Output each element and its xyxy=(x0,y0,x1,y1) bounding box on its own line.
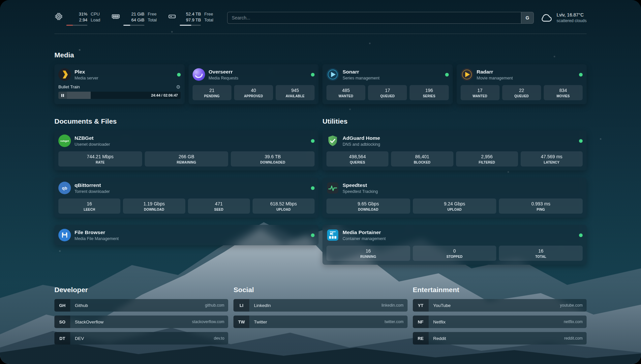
stat-queued: 17QUEUED xyxy=(368,85,407,100)
stat-download: 9.65 GbpsDOWNLOAD xyxy=(326,198,410,214)
service-description: Torrent downloader xyxy=(75,189,110,194)
stat-series: 196SERIES xyxy=(410,85,448,100)
status-dot xyxy=(579,233,583,237)
playback-progress-bar[interactable]: 24:44 / 02:06:47 xyxy=(58,92,181,99)
service-name: qBittorrent xyxy=(75,182,110,189)
service-card-qbittorrent[interactable]: qb qBittorrent Torrent downloader 16LEEC… xyxy=(54,178,319,218)
search-provider-button[interactable]: G xyxy=(521,12,534,23)
service-card-radarr[interactable]: Radarr Movie management 17WANTED 22QUEUE… xyxy=(457,64,587,104)
bookmark-abbr: RE xyxy=(413,332,429,345)
status-dot xyxy=(177,73,181,76)
service-description: Usenet downloader xyxy=(75,142,110,147)
cpu-widget: 31% 2.94 CPU Load xyxy=(54,11,100,26)
bookmark-twitter[interactable]: TW Twitter twitter.com xyxy=(233,316,407,328)
bookmark-reddit[interactable]: RE Reddit reddit.com xyxy=(413,332,587,345)
status-dot xyxy=(579,73,583,76)
disk-free-label: Free xyxy=(204,11,213,17)
svg-text:qb: qb xyxy=(62,186,67,191)
stat-rate: 744.21 MbpsRATE xyxy=(58,151,142,167)
nzbget-icon: nzbget xyxy=(58,135,71,147)
bookmark-name: Twitter xyxy=(254,319,267,324)
service-name: Sonarr xyxy=(343,69,380,75)
bookmark-group-entertainment: Entertainment YT YouTube youtube.com NF … xyxy=(413,286,587,349)
bookmark-dev[interactable]: DT DEV dev.to xyxy=(54,332,228,345)
service-name: File Browser xyxy=(75,229,119,236)
cloud-icon xyxy=(540,13,553,23)
search-input[interactable] xyxy=(227,12,534,24)
service-card-plex[interactable]: Plex Media server Bullet Train ⚙ 24:44 /… xyxy=(54,64,185,104)
service-description: Container management xyxy=(343,236,386,241)
section-title-documents: Documents & Files xyxy=(54,117,319,125)
bookmark-stackoverflow[interactable]: SO StackOverflow stackoverflow.com xyxy=(54,316,228,328)
bookmark-abbr: SO xyxy=(54,316,70,328)
disk-icon xyxy=(168,11,176,22)
sonarr-icon xyxy=(326,68,339,81)
section-title-utilities: Utilities xyxy=(322,117,587,125)
service-name: Plex xyxy=(75,69,98,75)
memory-free-label: Free xyxy=(148,11,157,17)
status-dot xyxy=(311,186,315,190)
top-bar: 31% 2.94 CPU Load xyxy=(54,0,587,26)
service-name: Speedtest xyxy=(343,182,378,189)
memory-total-label: Total xyxy=(148,17,157,23)
header-divider xyxy=(54,34,587,34)
portainer-icon xyxy=(326,229,339,241)
stat-ping: 0.993 msPING xyxy=(499,198,583,214)
bookmark-url: reddit.com xyxy=(564,336,583,341)
service-name: AdGuard Home xyxy=(343,135,380,141)
stat-seed: 471SEED xyxy=(188,198,250,214)
service-card-speedtest[interactable]: Speedtest Speedtest Tracking 9.65 GbpsDO… xyxy=(322,178,587,218)
section-title-social: Social xyxy=(233,286,407,294)
service-description: Speedtest Tracking xyxy=(343,189,378,194)
bookmark-linkedin[interactable]: LI LinkedIn linkedin.com xyxy=(233,299,407,312)
memory-free: 21 GiB xyxy=(131,11,144,17)
service-description: DNS and adblocking xyxy=(343,142,380,147)
stat-wanted: 17WANTED xyxy=(461,85,500,100)
filebrowser-icon xyxy=(58,229,71,241)
bookmark-abbr: YT xyxy=(413,299,429,312)
stat-pending: 21PENDING xyxy=(193,85,231,100)
stat-leech: 16LEECH xyxy=(58,198,120,214)
status-dot xyxy=(311,73,315,76)
stat-upload: 618.52 MbpsUPLOAD xyxy=(253,198,315,214)
bookmark-url: stackoverflow.com xyxy=(192,319,224,324)
service-name: Radarr xyxy=(477,69,513,75)
service-card-portainer[interactable]: Media Portainer Container management 16R… xyxy=(322,225,587,265)
pause-icon[interactable] xyxy=(58,92,67,99)
status-dot xyxy=(579,139,583,143)
bookmark-netflix[interactable]: NF Netflix netflix.com xyxy=(413,316,587,328)
stat-total: 16TOTAL xyxy=(499,246,583,261)
section-title-developer: Developer xyxy=(54,286,228,294)
service-name: NZBGet xyxy=(75,135,110,141)
service-description: Media server xyxy=(75,76,98,80)
service-name: Media Portainer xyxy=(343,229,386,236)
bookmark-group-social: Social LI LinkedIn linkedin.com TW Twitt… xyxy=(233,286,407,332)
service-card-sonarr[interactable]: Sonarr Series management 485WANTED 17QUE… xyxy=(322,64,453,104)
bookmarks: Developer GH Github github.com SO StackO… xyxy=(54,286,587,349)
disk-free: 52.4 TB xyxy=(186,11,201,17)
status-dot xyxy=(311,139,315,143)
bookmark-abbr: DT xyxy=(54,332,70,345)
service-name: Overseerr xyxy=(209,69,238,75)
status-dot xyxy=(445,73,449,76)
service-card-overseerr[interactable]: Overseerr Media Requests 21PENDING 40APP… xyxy=(189,64,319,104)
gear-icon[interactable]: ⚙ xyxy=(176,84,180,89)
service-card-nzbget[interactable]: nzbget NZBGet Usenet downloader 744.21 M… xyxy=(54,131,319,170)
service-card-filebrowser[interactable]: File Browser Media File Management xyxy=(54,225,319,245)
disk-total-label: Total xyxy=(204,17,213,23)
bookmark-github[interactable]: GH Github github.com xyxy=(54,299,228,312)
search-bar: G xyxy=(227,12,534,24)
svg-text:nzbget: nzbget xyxy=(60,139,69,142)
stat-filtered: 2,956FILTERED xyxy=(456,151,518,167)
section-media: Media Plex Media server xyxy=(54,51,587,104)
bookmark-url: netflix.com xyxy=(564,319,583,324)
bookmark-youtube[interactable]: YT YouTube youtube.com xyxy=(413,299,587,312)
bookmark-url: github.com xyxy=(205,303,225,308)
bookmark-group-developer: Developer GH Github github.com SO StackO… xyxy=(54,286,228,349)
weather-widget: Lviv, 16.87°C scattered clouds xyxy=(540,12,587,24)
service-card-adguard[interactable]: AdGuard Home DNS and adblocking 498,564Q… xyxy=(322,131,587,170)
bookmark-name: Reddit xyxy=(433,336,446,341)
stat-stopped: 0STOPPED xyxy=(413,246,497,261)
bookmark-abbr: NF xyxy=(413,316,429,328)
memory-total: 64 GiB xyxy=(131,17,144,23)
